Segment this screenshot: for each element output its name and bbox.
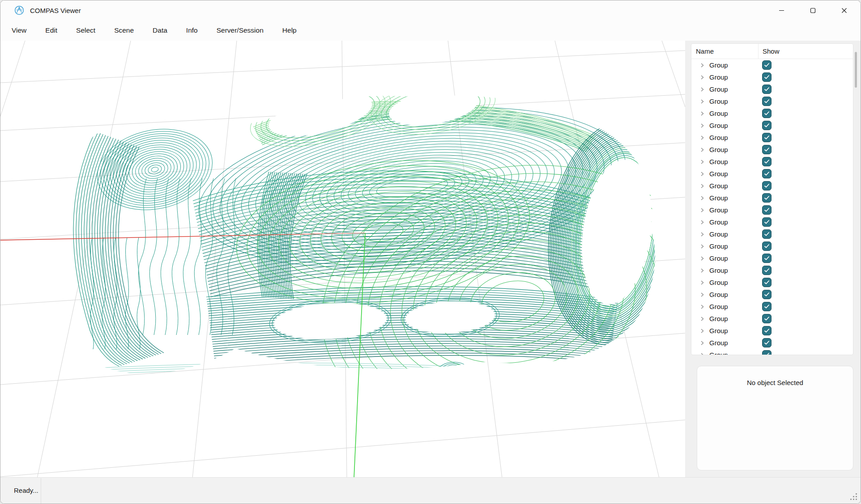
show-checkbox[interactable] (762, 97, 771, 106)
tree-row-name-cell: Group (691, 327, 758, 335)
chevron-right-icon[interactable] (699, 147, 705, 152)
menu-help[interactable]: Help (273, 20, 306, 41)
chevron-right-icon[interactable] (699, 220, 705, 225)
minimize-button[interactable] (766, 0, 797, 20)
tree-row-name-cell: Group (691, 122, 758, 129)
chevron-right-icon[interactable] (699, 208, 705, 213)
show-checkbox[interactable] (762, 266, 771, 275)
chevron-right-icon[interactable] (699, 75, 705, 80)
tree-row[interactable]: Group (691, 349, 853, 355)
tree-row[interactable]: Group (691, 216, 853, 228)
tree-row[interactable]: Group (691, 228, 853, 240)
show-checkbox[interactable] (762, 181, 771, 191)
show-checkbox[interactable] (762, 326, 771, 335)
show-checkbox[interactable] (762, 72, 771, 82)
tree-row[interactable]: Group (691, 59, 853, 71)
viewport-3d[interactable] (0, 41, 685, 478)
chevron-right-icon[interactable] (699, 268, 705, 273)
tree-row-show-cell (758, 85, 853, 94)
tree-row[interactable]: Group (691, 83, 853, 95)
menu-select[interactable]: Select (67, 20, 105, 41)
chevron-right-icon[interactable] (699, 171, 705, 177)
show-checkbox[interactable] (762, 157, 771, 166)
tree-row[interactable]: Group (691, 276, 853, 288)
tree-row[interactable]: Group (691, 204, 853, 216)
check-icon (764, 75, 770, 80)
tree-row[interactable]: Group (691, 119, 853, 131)
tree-row[interactable]: Group (691, 301, 853, 313)
chevron-right-icon[interactable] (699, 292, 705, 297)
chevron-right-icon[interactable] (699, 159, 705, 165)
tree-row-show-cell (758, 109, 853, 118)
chevron-right-icon[interactable] (699, 244, 705, 249)
chevron-right-icon[interactable] (699, 87, 705, 92)
show-checkbox[interactable] (762, 314, 771, 323)
tree-row-label: Group (709, 303, 728, 310)
show-checkbox[interactable] (762, 121, 771, 130)
tree-row[interactable]: Group (691, 71, 853, 83)
resize-grip[interactable] (850, 493, 858, 501)
scene-canvas[interactable] (0, 41, 685, 478)
tree-row-name-cell: Group (691, 230, 758, 238)
tree-row[interactable]: Group (691, 240, 853, 252)
chevron-right-icon[interactable] (699, 183, 705, 189)
chevron-right-icon[interactable] (699, 123, 705, 128)
show-checkbox[interactable] (762, 85, 771, 94)
show-checkbox[interactable] (762, 60, 771, 70)
maximize-button[interactable] (797, 0, 828, 20)
chevron-right-icon[interactable] (699, 195, 705, 201)
menu-server-session[interactable]: Server/Session (207, 20, 273, 41)
chevron-right-icon[interactable] (699, 280, 705, 285)
show-checkbox[interactable] (762, 350, 771, 355)
tree-row-label: Group (709, 110, 728, 117)
chevron-right-icon[interactable] (699, 304, 705, 309)
show-checkbox[interactable] (762, 241, 771, 251)
show-checkbox[interactable] (762, 109, 771, 118)
chevron-right-icon[interactable] (699, 352, 705, 356)
menu-info[interactable]: Info (177, 20, 207, 41)
chevron-right-icon[interactable] (699, 111, 705, 116)
menu-data[interactable]: Data (143, 20, 177, 41)
chevron-right-icon[interactable] (699, 232, 705, 237)
show-checkbox[interactable] (762, 278, 771, 287)
tree-row[interactable]: Group (691, 95, 853, 107)
tree-row-show-cell (758, 145, 853, 154)
tree-row[interactable]: Group (691, 156, 853, 168)
show-checkbox[interactable] (762, 169, 771, 178)
chevron-right-icon[interactable] (699, 328, 705, 334)
menu-edit[interactable]: Edit (36, 20, 67, 41)
tree-row[interactable]: Group (691, 264, 853, 276)
close-button[interactable] (828, 0, 860, 20)
show-checkbox[interactable] (762, 229, 771, 239)
show-checkbox[interactable] (762, 338, 771, 347)
tree-row[interactable]: Group (691, 192, 853, 204)
tree-row-label: Group (709, 242, 728, 250)
show-checkbox[interactable] (762, 193, 771, 203)
tree-row[interactable]: Group (691, 313, 853, 325)
tree-row[interactable]: Group (691, 144, 853, 156)
tree-row[interactable]: Group (691, 180, 853, 192)
chevron-right-icon[interactable] (699, 99, 705, 104)
show-checkbox[interactable] (762, 205, 771, 215)
tree-scrollbar-thumb[interactable] (855, 52, 857, 88)
chevron-right-icon[interactable] (699, 63, 705, 68)
tree-row[interactable]: Group (691, 131, 853, 144)
tree-row[interactable]: Group (691, 337, 853, 349)
tree-row[interactable]: Group (691, 107, 853, 119)
show-checkbox[interactable] (762, 145, 771, 154)
chevron-right-icon[interactable] (699, 256, 705, 261)
show-checkbox[interactable] (762, 133, 771, 142)
show-checkbox[interactable] (762, 217, 771, 227)
menu-scene[interactable]: Scene (105, 20, 143, 41)
tree-row[interactable]: Group (691, 325, 853, 337)
tree-row[interactable]: Group (691, 288, 853, 301)
chevron-right-icon[interactable] (699, 135, 705, 140)
menu-view[interactable]: View (2, 20, 36, 41)
chevron-right-icon[interactable] (699, 340, 705, 346)
show-checkbox[interactable] (762, 302, 771, 311)
chevron-right-icon[interactable] (699, 316, 705, 322)
show-checkbox[interactable] (762, 290, 771, 299)
tree-row[interactable]: Group (691, 252, 853, 264)
tree-row[interactable]: Group (691, 168, 853, 180)
show-checkbox[interactable] (762, 254, 771, 263)
